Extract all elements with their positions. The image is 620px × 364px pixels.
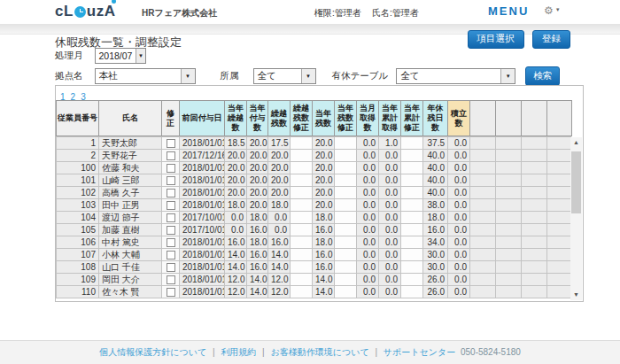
year-remaining-cell: 14.0 (313, 274, 335, 286)
fix-checkbox[interactable] (167, 139, 175, 148)
month-taken-cell: 0.0 (357, 199, 379, 212)
site-label: 拠点名 (55, 70, 83, 82)
gear-icon: ⚙ (544, 4, 554, 17)
annual-leave-remaining-cell: 26.0 (423, 274, 448, 286)
register-button[interactable]: 登録 (532, 30, 570, 49)
fix-checkbox[interactable] (167, 201, 175, 210)
year-carryover-cell: 20.0 (225, 187, 247, 199)
leave-table-body: 1 天野太郎 2018/01/01 18.5 20.0 17.5 20.0 0.… (56, 136, 571, 298)
settings-dropdown[interactable]: ⚙▼ (544, 4, 561, 17)
last-grant-date-cell: 2017/12/16 (180, 150, 225, 162)
scroll-up-icon[interactable]: ▲ (570, 137, 582, 148)
month-taken-cell: 0.0 (357, 174, 379, 187)
year-carryover-cell: 14.0 (225, 249, 247, 261)
employee-number-cell: 101 (57, 174, 99, 187)
month-taken-cell: 0.0 (357, 274, 379, 286)
blank-cell (470, 174, 496, 187)
support-center-link[interactable]: サポートセンター (384, 347, 455, 357)
blank-cell (547, 212, 572, 224)
fix-cell (162, 199, 180, 212)
carryover-remaining-fix-cell (291, 137, 313, 150)
clock-icon (74, 6, 86, 18)
process-month-label: 処理月 (55, 50, 83, 62)
support-phone: 050-5824-5180 (461, 347, 521, 357)
col-annual-leave-remaining: 年休残日数 (423, 101, 448, 136)
blank-cell (522, 137, 547, 150)
year-remaining-fix-cell (335, 162, 357, 174)
search-button[interactable]: 検索 (525, 66, 560, 86)
item-select-button[interactable]: 項目選択 (468, 30, 524, 49)
employee-number-cell: 107 (57, 249, 99, 261)
name-cell: 中村 篤史 (99, 236, 162, 249)
site-select[interactable]: 本社 ▼ (95, 68, 196, 84)
year-remaining-fix-cell (335, 137, 357, 150)
year-carryover-cell: 12.0 (225, 274, 247, 286)
year-cumulative-taken-cell: 1.0 (379, 137, 401, 150)
month-taken-cell: 0.0 (357, 137, 379, 150)
col-blank (496, 101, 522, 136)
page-link[interactable]: 3 (81, 92, 86, 102)
fix-checkbox[interactable] (167, 288, 175, 297)
carryover-remaining-cell: 20.0 (268, 162, 291, 174)
year-granted-cell: 20.0 (247, 137, 268, 150)
year-granted-cell: 20.0 (247, 199, 268, 212)
name-cell: 山口 千佳 (99, 261, 162, 274)
blank-cell (522, 236, 547, 249)
fix-checkbox[interactable] (167, 176, 175, 185)
chevron-down-icon: ▼ (555, 7, 561, 12)
company-name: HRフェア株式会社 (142, 7, 217, 19)
year-remaining-fix-cell (335, 187, 357, 199)
name-cell: 高橋 久子 (99, 187, 162, 199)
page-link[interactable]: 2 (71, 92, 76, 102)
year-remaining-fix-cell (335, 212, 357, 224)
page-link[interactable]: 1 (60, 92, 66, 102)
reserve-count-cell: 0.0 (448, 261, 470, 274)
fix-checkbox[interactable] (167, 275, 175, 284)
blank-cell (496, 236, 522, 249)
table-row: 101 山崎 三郎 2018/01/01 20.0 20.0 20.0 20.0… (57, 174, 572, 187)
fix-checkbox[interactable] (167, 213, 175, 222)
fix-checkbox[interactable] (167, 263, 175, 272)
carryover-remaining-cell: 12.0 (268, 274, 291, 286)
year-granted-cell: 20.0 (247, 174, 268, 187)
department-select[interactable]: 全て ▼ (253, 68, 316, 84)
blank-cell (496, 286, 522, 298)
last-grant-date-cell: 2018/01/01 (180, 274, 225, 286)
scrollbar-thumb[interactable] (571, 151, 581, 213)
annual-leave-remaining-cell: 40.0 (423, 150, 448, 162)
month-taken-cell: 0.0 (357, 236, 379, 249)
privacy-policy-link[interactable]: 個人情報保護方針について (99, 347, 206, 357)
scroll-down-icon[interactable]: ▼ (570, 290, 582, 300)
menu-link[interactable]: MENU (488, 4, 529, 18)
process-month-select[interactable]: 2018/07 ▼ (95, 48, 146, 64)
vertical-scrollbar[interactable]: ▲ ▼ (570, 137, 582, 300)
environment-link[interactable]: お客様動作環境について (270, 347, 368, 357)
month-taken-cell: 0.0 (357, 187, 379, 199)
month-taken-cell: 0.0 (357, 249, 379, 261)
month-taken-cell: 0.0 (357, 224, 379, 236)
blank-cell (522, 199, 547, 212)
reserve-count-cell: 0.0 (448, 249, 470, 261)
fix-checkbox[interactable] (167, 189, 175, 197)
reserve-count-cell: 0.0 (448, 286, 470, 298)
terms-link[interactable]: 利用規約 (221, 347, 256, 357)
fix-checkbox[interactable] (167, 226, 175, 235)
blank-cell (547, 236, 572, 249)
year-remaining-cell: 20.0 (313, 162, 335, 174)
reserve-count-cell: 0.0 (448, 199, 470, 212)
col-carryover-remaining-fix: 繰越残数修正 (291, 101, 313, 136)
year-granted-cell: 16.0 (247, 249, 268, 261)
year-remaining-cell: 18.0 (313, 236, 335, 249)
fix-checkbox[interactable] (167, 251, 175, 259)
carryover-remaining-fix-cell (291, 162, 313, 174)
paid-leave-table-select[interactable]: 全て ▼ (396, 68, 515, 84)
year-cumulative-taken-cell: 0.0 (379, 261, 401, 274)
last-grant-date-cell: 2018/01/01 (180, 174, 225, 187)
annual-leave-remaining-cell: 30.0 (423, 261, 448, 274)
year-cumulative-taken-cell: 0.0 (379, 150, 401, 162)
fix-checkbox[interactable] (167, 238, 175, 247)
name-cell: 渡辺 節子 (99, 212, 162, 224)
month-taken-cell: 0.0 (357, 162, 379, 174)
fix-checkbox[interactable] (167, 151, 175, 160)
fix-checkbox[interactable] (167, 164, 175, 173)
